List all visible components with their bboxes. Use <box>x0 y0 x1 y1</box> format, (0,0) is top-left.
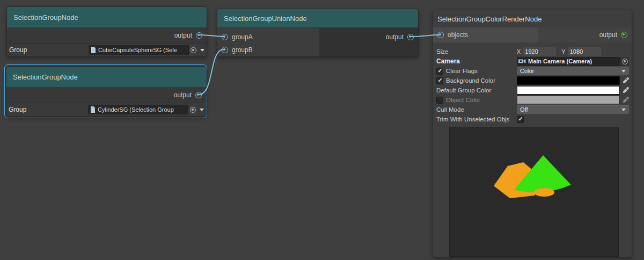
object-picker-button[interactable] <box>188 105 197 114</box>
graph-canvas[interactable]: SelectionGroupNode output Group CubeCaps… <box>0 0 644 260</box>
object-picker-icon <box>622 59 628 64</box>
background-color-row: Background Color <box>436 76 629 85</box>
groupB-port-row: groupB <box>217 44 319 56</box>
clear-flags-row: Clear Flags Color <box>436 66 629 76</box>
groupA-port-row: groupA <box>217 31 319 44</box>
eyedropper-icon <box>623 97 629 103</box>
node-title: SelectionGroupNode <box>7 7 207 28</box>
default-group-color-row: Default Group Color <box>436 85 629 95</box>
clear-flags-label: Clear Flags <box>446 68 478 74</box>
output-port-label: output <box>386 33 404 41</box>
dropdown-caret-icon <box>621 70 626 73</box>
object-color-label: Object Color <box>446 97 480 103</box>
output-port[interactable] <box>195 92 202 98</box>
union-input-section: groupA groupB <box>217 28 319 56</box>
render-node-properties: Size X Y Camera Main Camera (Came <box>433 42 632 124</box>
object-color-swatch <box>517 96 620 104</box>
groupA-port-label: groupA <box>232 33 253 41</box>
group-object-field[interactable]: CylinderSG (Selection Group <box>88 105 197 114</box>
clear-flags-dropdown[interactable]: Color <box>517 67 629 75</box>
output-port[interactable] <box>407 34 414 40</box>
trim-row: Trim With Unselected Objs <box>436 114 629 124</box>
groupB-port-label: groupB <box>232 46 253 54</box>
groupA-port[interactable] <box>222 34 228 40</box>
selection-group-asset-icon <box>91 47 96 53</box>
output-port-row: output <box>538 27 632 42</box>
camera-row: Camera Main Camera (Camera) <box>436 56 629 66</box>
output-port[interactable] <box>196 32 202 39</box>
render-preview-image <box>450 127 618 256</box>
group-object-field[interactable]: CubeCapsuleSphereSG (Sele <box>89 45 197 55</box>
clear-flags-value: Color <box>520 68 534 74</box>
output-port-row: output <box>6 88 206 103</box>
dropdown-caret-icon[interactable] <box>200 49 204 52</box>
object-picker-button[interactable] <box>188 45 197 55</box>
preview-orange-ellipse <box>534 188 554 197</box>
object-picker-icon <box>191 47 196 53</box>
object-color-row: Object Color <box>436 95 629 105</box>
camera-object-field[interactable]: Main Camera (Camera) <box>517 57 629 66</box>
background-color-checkbox[interactable] <box>436 77 443 84</box>
size-y-label: Y <box>561 48 565 55</box>
size-x-input[interactable] <box>523 47 556 56</box>
background-color-label: Background Color <box>446 77 495 84</box>
render-preview <box>449 127 619 257</box>
groupB-port[interactable] <box>222 47 228 53</box>
selection-group-color-render-node[interactable]: SelectionGroupColorRenderNode objects ou… <box>433 10 632 257</box>
size-x-label: X <box>517 48 521 55</box>
camera-field-value: Main Camera (Camera) <box>528 58 620 64</box>
selection-group-node-1[interactable]: SelectionGroupNode output Group CubeCaps… <box>6 6 207 57</box>
group-property-row: Group CubeCapsuleSphereSG (Sele <box>7 43 207 56</box>
node-title: SelectionGroupUnionNode <box>217 9 418 28</box>
cull-mode-dropdown[interactable]: Off <box>517 105 629 114</box>
objects-port[interactable] <box>437 32 444 38</box>
group-label: Group <box>8 106 88 113</box>
cull-mode-label: Cull Mode <box>436 106 464 113</box>
output-port-label: output <box>174 32 192 39</box>
cull-mode-row: Cull Mode Off <box>436 105 629 114</box>
node-title: SelectionGroupColorRenderNode <box>433 10 632 27</box>
objects-port-label: objects <box>448 31 468 39</box>
eyedropper-icon[interactable] <box>623 87 629 93</box>
size-y-input[interactable] <box>568 47 601 56</box>
group-property-row: Group CylinderSG (Selection Group <box>6 103 206 116</box>
node-title: SelectionGroupNode <box>6 67 206 88</box>
object-field-value: CylinderSG (Selection Group <box>98 106 188 113</box>
output-port-label: output <box>174 91 192 99</box>
clear-flags-checkbox[interactable] <box>436 68 443 75</box>
size-row: Size X Y <box>436 47 629 56</box>
object-field-value: CubeCapsuleSphereSG (Sele <box>98 47 188 53</box>
camera-label: Camera <box>436 57 460 65</box>
output-port[interactable] <box>621 32 627 38</box>
object-color-checkbox[interactable] <box>436 97 443 104</box>
size-label: Size <box>436 48 448 55</box>
output-port-row: output <box>319 31 418 44</box>
default-group-color-label: Default Group Color <box>436 87 491 93</box>
object-picker-icon <box>190 107 196 113</box>
trim-checkbox[interactable] <box>517 116 524 123</box>
trim-label: Trim With Unselected Objs <box>436 116 509 122</box>
camera-icon <box>518 59 526 64</box>
selection-group-union-node[interactable]: SelectionGroupUnionNode groupA groupB ou… <box>217 9 419 57</box>
dropdown-caret-icon[interactable] <box>200 109 204 111</box>
object-picker-button[interactable] <box>620 57 629 66</box>
selection-highlight: SelectionGroupNode output Group Cylinder… <box>4 64 207 118</box>
selection-group-asset-icon <box>90 106 96 113</box>
eyedropper-icon[interactable] <box>623 77 629 84</box>
default-group-color-swatch[interactable] <box>517 86 620 95</box>
cull-mode-value: Off <box>520 106 528 113</box>
background-color-swatch[interactable] <box>517 76 620 85</box>
dropdown-caret-icon <box>621 109 626 111</box>
group-label: Group <box>8 46 89 54</box>
union-output-section: output <box>319 28 418 56</box>
output-port-label: output <box>599 31 617 39</box>
objects-port-row: objects <box>433 27 538 42</box>
output-port-row: output <box>7 28 207 43</box>
selection-group-node-2[interactable]: SelectionGroupNode output Group Cylinder… <box>6 66 207 117</box>
